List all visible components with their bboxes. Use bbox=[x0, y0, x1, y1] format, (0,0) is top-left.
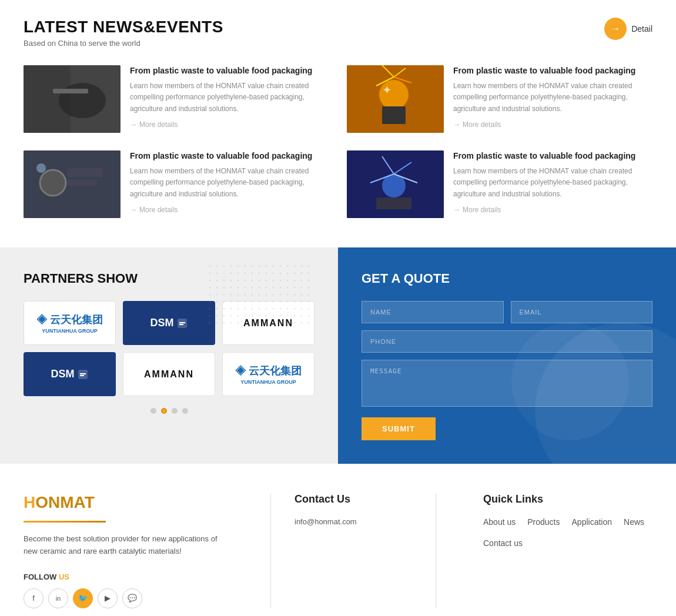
footer-contact: Contact Us info@honmat.com bbox=[295, 493, 412, 608]
news-image-placeholder bbox=[347, 150, 444, 218]
news-image bbox=[347, 150, 444, 218]
quick-link-application[interactable]: Application bbox=[572, 517, 613, 527]
carousel-dot[interactable] bbox=[182, 408, 188, 414]
more-details-link[interactable]: → More details bbox=[130, 206, 329, 214]
footer-divider-2 bbox=[436, 493, 436, 608]
svg-point-5 bbox=[379, 80, 409, 109]
svg-rect-24 bbox=[209, 265, 314, 324]
news-card: From plastic waste to valuable food pack… bbox=[24, 150, 329, 218]
news-card: From plastic waste to valuable food pack… bbox=[24, 65, 329, 133]
follow-label: FOLLOW US bbox=[24, 573, 223, 581]
footer-tagline: Become the best solution provider for ne… bbox=[24, 533, 223, 558]
news-image-placeholder bbox=[347, 65, 444, 133]
phone-input[interactable] bbox=[362, 330, 652, 353]
quick-link-contact[interactable]: Contact us bbox=[483, 538, 523, 548]
news-image-placeholder bbox=[24, 150, 121, 218]
news-card: From plastic waste to valuable food pack… bbox=[347, 65, 652, 133]
quick-link-news[interactable]: News bbox=[624, 517, 644, 527]
quick-links-list: About us Products Application News Conta… bbox=[483, 517, 652, 548]
quote-section: GET A QUOTE SUBMIT bbox=[338, 247, 676, 464]
news-subtitle: Based on China to serve the world bbox=[24, 39, 223, 48]
quick-link-about[interactable]: About us bbox=[483, 517, 516, 527]
news-section: LATEST NEWS&EVENTS Based on China to ser… bbox=[0, 0, 676, 247]
news-card-desc: Learn how members of the HONMAT value ch… bbox=[130, 166, 329, 200]
form-name-email-row bbox=[362, 301, 652, 323]
footer-divider bbox=[270, 493, 271, 608]
news-title: LATEST NEWS&EVENTS bbox=[24, 18, 223, 36]
partner-logo-dsm: DSM bbox=[123, 301, 215, 345]
social-icons: f in 🐦 ▶ 💬 bbox=[24, 588, 223, 608]
svg-rect-22 bbox=[376, 197, 411, 209]
news-content: From plastic waste to valuable food pack… bbox=[130, 150, 329, 218]
partner-logo-yuntianha: ◈ 云天化集团 YUNTIANHUA GROUP bbox=[24, 301, 116, 345]
news-image bbox=[24, 65, 121, 133]
news-content: From plastic waste to valuable food pack… bbox=[130, 65, 329, 133]
svg-rect-29 bbox=[80, 373, 86, 374]
submit-button[interactable]: SUBMIT bbox=[362, 417, 436, 440]
svg-rect-30 bbox=[80, 375, 84, 376]
news-content: From plastic waste to valuable food pack… bbox=[453, 150, 652, 218]
svg-point-2 bbox=[59, 83, 106, 118]
svg-rect-3 bbox=[53, 89, 88, 93]
more-details-link[interactable]: → More details bbox=[453, 120, 652, 129]
name-input[interactable] bbox=[362, 301, 504, 323]
svg-point-15 bbox=[36, 163, 46, 173]
partners-quote-section: PARTNERS SHOW ◈ 云天化集团 YUNTIANHUA GROUP D… bbox=[0, 247, 676, 464]
news-card: From plastic waste to valuable food pack… bbox=[347, 150, 652, 218]
carousel-dot[interactable] bbox=[172, 408, 178, 414]
quick-links-title: Quick Links bbox=[483, 493, 652, 505]
svg-rect-26 bbox=[179, 322, 185, 323]
detail-label: Detail bbox=[631, 24, 652, 34]
carousel-dot[interactable] bbox=[150, 408, 156, 414]
dsm-icon bbox=[176, 317, 188, 329]
svg-rect-14 bbox=[68, 180, 97, 186]
carousel-dots bbox=[24, 408, 314, 414]
quick-link-products[interactable]: Products bbox=[527, 517, 560, 527]
detail-arrow-icon: → bbox=[604, 18, 627, 40]
quote-title: GET A QUOTE bbox=[362, 271, 652, 286]
footer: HONMAT Become the best solution provider… bbox=[0, 464, 676, 616]
message-input[interactable] bbox=[362, 360, 652, 407]
svg-rect-27 bbox=[179, 324, 183, 325]
news-image bbox=[24, 150, 121, 218]
svg-point-12 bbox=[40, 170, 66, 196]
more-details-link[interactable]: → More details bbox=[130, 120, 329, 129]
news-grid: From plastic waste to valuable food pack… bbox=[24, 65, 652, 218]
wechat-icon[interactable]: 💬 bbox=[122, 588, 142, 608]
news-card-title: From plastic waste to valuable food pack… bbox=[130, 150, 329, 161]
partner-logo-dsm: DSM bbox=[24, 352, 116, 396]
logo-underline bbox=[24, 521, 106, 523]
news-card-desc: Learn how members of the HONMAT value ch… bbox=[453, 81, 652, 115]
dsm-icon bbox=[77, 369, 89, 380]
news-card-title: From plastic waste to valuable food pack… bbox=[453, 65, 652, 76]
svg-rect-10 bbox=[382, 106, 406, 124]
contact-title: Contact Us bbox=[295, 493, 412, 505]
news-card-title: From plastic waste to valuable food pack… bbox=[130, 65, 329, 76]
news-card-title: From plastic waste to valuable food pack… bbox=[453, 150, 652, 161]
email-input[interactable] bbox=[511, 301, 653, 323]
quote-form: SUBMIT bbox=[362, 301, 652, 440]
contact-email: info@honmat.com bbox=[295, 517, 412, 526]
news-header-text: LATEST NEWS&EVENTS Based on China to ser… bbox=[24, 18, 223, 48]
follow-us-highlight: US bbox=[59, 573, 69, 581]
linkedin-icon[interactable]: in bbox=[48, 588, 68, 608]
twitter-icon[interactable]: 🐦 bbox=[73, 588, 93, 608]
partners-section: PARTNERS SHOW ◈ 云天化集团 YUNTIANHUA GROUP D… bbox=[0, 247, 338, 464]
honmat-logo: HONMAT bbox=[24, 493, 223, 512]
news-content: From plastic waste to valuable food pack… bbox=[453, 65, 652, 133]
svg-rect-13 bbox=[68, 168, 103, 177]
youtube-icon[interactable]: ▶ bbox=[98, 588, 118, 608]
news-card-desc: Learn how members of the HONMAT value ch… bbox=[130, 81, 329, 115]
footer-quick-links: Quick Links About us Products Applicatio… bbox=[460, 493, 652, 608]
partner-logo-yuntianha: ◈ 云天化集团 YUNTIANHUA GROUP bbox=[222, 352, 314, 396]
detail-button[interactable]: → Detail bbox=[604, 18, 652, 40]
facebook-icon[interactable]: f bbox=[24, 588, 43, 608]
dots-pattern bbox=[209, 265, 314, 324]
carousel-dot-active[interactable] bbox=[161, 408, 167, 414]
news-image-placeholder bbox=[24, 65, 121, 133]
partner-logo-ammann: AMMANN bbox=[123, 352, 215, 396]
more-details-link[interactable]: → More details bbox=[453, 206, 652, 214]
news-card-desc: Learn how members of the HONMAT value ch… bbox=[453, 166, 652, 200]
news-image bbox=[347, 65, 444, 133]
footer-brand: HONMAT Become the best solution provider… bbox=[24, 493, 247, 608]
